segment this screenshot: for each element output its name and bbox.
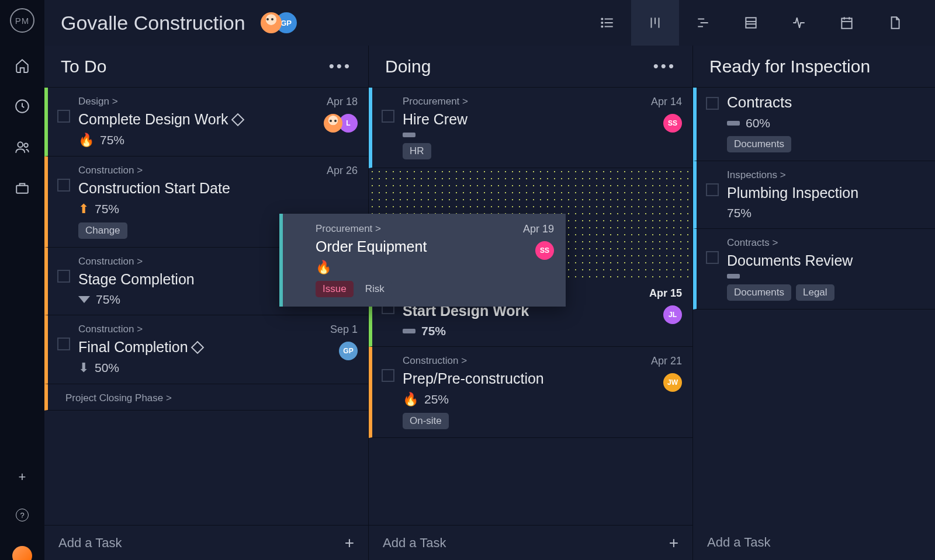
task-checkbox[interactable] — [382, 110, 394, 123]
task-title: Prep/Pre-construction — [403, 370, 651, 387]
progress-row: 60% — [727, 116, 924, 130]
column-menu-icon[interactable]: ••• — [653, 57, 676, 75]
clock-icon[interactable] — [14, 98, 30, 114]
task-card[interactable]: Inspections > Plumbing Inspection 75% — [693, 161, 935, 229]
dragging-card[interactable]: Procurement > Order Equipment 🔥 IssueRis… — [279, 214, 566, 307]
task-checkbox[interactable] — [706, 97, 719, 110]
breadcrumb[interactable]: Construction > — [78, 324, 330, 335]
priority-down-icon — [78, 296, 90, 303]
board: To Do ••• Design > Complete Design Work … — [44, 46, 935, 560]
left-nav: PM + ? — [0, 0, 44, 560]
assignees[interactable]: JW — [663, 373, 682, 392]
breadcrumb[interactable]: Procurement > — [403, 96, 651, 107]
task-checkbox[interactable] — [706, 183, 719, 196]
avatar[interactable]: JW — [663, 373, 682, 392]
pm-logo[interactable]: PM — [10, 8, 34, 33]
people-icon[interactable] — [14, 139, 30, 155]
avatar[interactable]: SS — [535, 241, 554, 260]
column-title: To Do — [61, 57, 106, 76]
card-body: Contracts > Documents Review DocumentsLe… — [719, 237, 924, 301]
tag[interactable]: Documents — [727, 136, 791, 152]
add-task-button[interactable]: Add a Task — [693, 525, 935, 560]
tag[interactable]: Documents — [727, 284, 791, 301]
tag[interactable]: HR — [403, 143, 431, 159]
avatar[interactable]: GP — [339, 342, 358, 360]
tag[interactable]: Risk — [358, 281, 392, 297]
add-icon[interactable]: + — [15, 470, 29, 484]
view-board-icon[interactable] — [631, 0, 679, 46]
flame-icon: 🔥 — [78, 133, 94, 148]
breadcrumb[interactable]: Project Closing Phase > — [65, 392, 358, 404]
add-task-button[interactable]: Add a Task+ — [44, 525, 368, 560]
assignees[interactable]: L — [324, 114, 358, 133]
progress-row — [727, 274, 924, 279]
breadcrumb[interactable]: Design > — [78, 96, 324, 107]
column-menu-icon[interactable]: ••• — [329, 57, 352, 75]
card-side: Apr 21 JW — [651, 355, 682, 429]
task-card[interactable]: Contracts > Documents Review DocumentsLe… — [693, 229, 935, 309]
card-body: Procurement > Order Equipment 🔥 IssueRis… — [307, 223, 523, 297]
view-activity-icon[interactable] — [775, 0, 823, 46]
breadcrumb[interactable]: Inspections > — [727, 169, 924, 181]
view-gantt-icon[interactable] — [679, 0, 727, 46]
svg-point-2 — [24, 144, 28, 148]
avatar[interactable] — [324, 114, 342, 133]
tag[interactable]: Change — [78, 222, 127, 239]
task-card[interactable]: Contracts 60% Documents — [693, 88, 935, 161]
task-checkbox[interactable] — [706, 251, 719, 264]
breadcrumb[interactable]: Construction > — [403, 355, 651, 367]
breadcrumb[interactable]: Procurement > — [316, 223, 523, 235]
task-card[interactable]: Project Closing Phase > — [44, 384, 368, 411]
due-date: Sep 1 — [330, 324, 358, 336]
flame-icon: 🔥 — [403, 392, 418, 407]
task-checkbox[interactable] — [295, 237, 307, 250]
column-title: Ready for Inspection — [709, 57, 870, 76]
assignees[interactable]: JL — [663, 305, 682, 324]
tag[interactable]: Issue — [316, 281, 354, 297]
bar-icon — [727, 274, 740, 279]
bar-icon — [403, 133, 415, 137]
tag[interactable]: On-site — [403, 413, 449, 429]
view-calendar-icon[interactable] — [823, 0, 871, 46]
bar-icon — [403, 329, 415, 333]
task-card[interactable]: Design > Complete Design Work 🔥75% Apr 1… — [44, 88, 368, 156]
progress-row: 75% — [727, 206, 924, 220]
briefcase-icon[interactable] — [14, 180, 30, 196]
tag[interactable]: Legal — [796, 284, 834, 301]
column-title: Doing — [385, 57, 431, 76]
home-icon[interactable] — [14, 57, 30, 74]
avatar[interactable]: SS — [663, 114, 682, 133]
view-files-icon[interactable] — [871, 0, 919, 46]
avatar[interactable]: JL — [663, 305, 682, 324]
task-checkbox[interactable] — [57, 110, 70, 123]
task-checkbox[interactable] — [57, 179, 70, 192]
card-body: Construction > Final Completion ⬇50% — [70, 324, 330, 375]
breadcrumb[interactable]: Construction > — [78, 165, 327, 176]
add-task-button[interactable]: Add a Task+ — [369, 525, 692, 560]
task-checkbox[interactable] — [57, 338, 70, 350]
milestone-icon — [191, 340, 204, 354]
column-header: To Do ••• — [44, 46, 368, 88]
breadcrumb[interactable]: Contracts > — [727, 237, 924, 249]
project-members[interactable]: GP — [261, 12, 297, 33]
task-card[interactable]: Construction > Prep/Pre-construction 🔥25… — [369, 347, 692, 438]
assignees[interactable]: SS — [663, 114, 682, 133]
task-title: Contracts — [727, 93, 924, 112]
assignees[interactable]: SS — [535, 241, 554, 260]
task-checkbox[interactable] — [57, 270, 70, 283]
help-icon[interactable]: ? — [16, 509, 29, 521]
task-checkbox[interactable] — [382, 369, 394, 382]
assignees[interactable]: GP — [339, 342, 358, 360]
user-avatar[interactable] — [12, 546, 32, 560]
progress-row — [403, 133, 651, 137]
task-card[interactable]: Procurement > Hire Crew HR Apr 14 SS — [369, 88, 692, 168]
view-sheet-icon[interactable] — [727, 0, 775, 46]
task-card[interactable]: Construction > Final Completion ⬇50% Sep… — [44, 315, 368, 384]
tags: On-site — [403, 413, 651, 429]
view-list-icon[interactable] — [583, 0, 631, 46]
member-avatar[interactable] — [261, 12, 282, 33]
card-body: Project Closing Phase > — [57, 392, 358, 408]
column-ready: Ready for Inspection Contracts 60% Docum… — [693, 46, 935, 560]
card-list: Contracts 60% Documents Inspections > Pl… — [693, 88, 935, 525]
card-side: Sep 1 GP — [330, 324, 358, 375]
